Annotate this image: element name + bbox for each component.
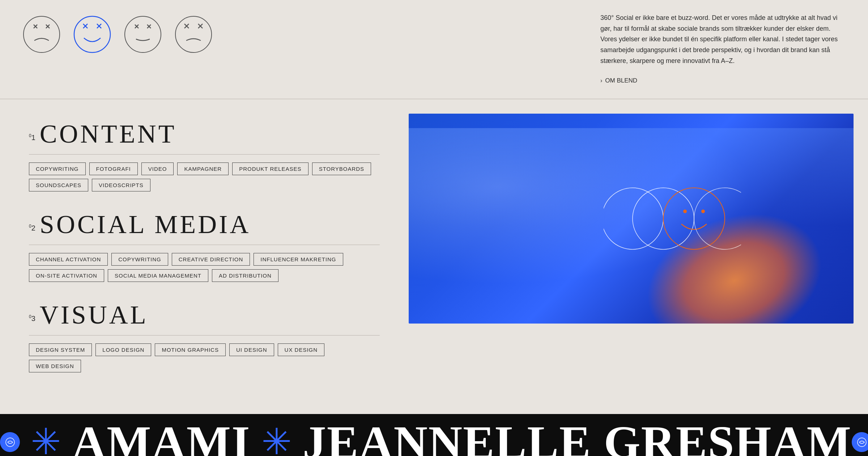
tag-fotografi[interactable]: FOTOGRAFI (89, 162, 138, 175)
tags-row-social: CHANNEL ACTIVATION COPYWRITING CREATIVE … (29, 253, 380, 282)
tag-ui-design[interactable]: UI DESIGN (229, 343, 274, 356)
svg-point-5 (74, 16, 110, 52)
tag-ad-distribution[interactable]: AD DISTRIBUTION (212, 269, 278, 282)
ticker-text-jeannelle: JEANNELLE GRESHAM (303, 419, 852, 456)
ticker-item-1: ✳ AMAMI ✳ JEANNELLE GRESHAM (0, 419, 852, 456)
service-number-2: 02 (29, 224, 35, 232)
tags-row-visual: DESIGN SYSTEM LOGO DESIGN MOTION GRAPHIC… (29, 343, 380, 372)
service-number-1: 01 (29, 134, 35, 141)
service-title-row-2: 02 SOCIAL MEDIA (29, 211, 380, 237)
tag-soundscapes[interactable]: SOUNDSCAPES (29, 179, 88, 191)
service-divider-3 (29, 335, 380, 335)
tag-creative-direction[interactable]: CREATIVE DIRECTION (172, 253, 250, 266)
top-section: 360° Social er ikke bare et buzz-word. D… (0, 0, 868, 99)
hero-image (409, 114, 854, 324)
ticker-star-1: ✳ (31, 424, 61, 456)
service-divider-2 (29, 245, 380, 245)
face-icon-4 (174, 14, 213, 54)
tag-web-design[interactable]: WEB DESIGN (29, 360, 81, 372)
ticker-star-2: ✳ (261, 424, 292, 456)
face-icon-3 (123, 14, 163, 54)
svg-point-23 (683, 210, 687, 213)
faces-row (22, 11, 579, 54)
svg-point-15 (175, 16, 212, 52)
service-title-1: CONTENT (40, 121, 176, 147)
tag-influencer-makreting[interactable]: INFLUENCER MAKRETING (254, 253, 343, 266)
top-text-area: 360° Social er ikke bare et buzz-word. D… (579, 11, 846, 84)
ticker-text-amami: AMAMI (72, 419, 251, 456)
ticker-content: ✳ AMAMI ✳ JEANNELLE GRESHAM ✳ AMAMI ✳ JE… (0, 419, 868, 456)
service-divider-1 (29, 154, 380, 155)
tag-copywriting-1[interactable]: COPYWRITING (29, 162, 86, 175)
tag-produkt-releases[interactable]: PRODUKT RELEASES (232, 162, 308, 175)
svg-point-24 (701, 210, 705, 213)
tag-motion-graphics[interactable]: MOTION GRAPHICS (155, 343, 226, 356)
ticker-section: ✳ AMAMI ✳ JEANNELLE GRESHAM ✳ AMAMI ✳ JE… (0, 414, 868, 456)
service-title-row-1: 01 CONTENT (29, 121, 380, 147)
ticker-logo-icon (0, 432, 20, 452)
svg-point-27 (858, 438, 866, 447)
svg-point-0 (24, 16, 60, 52)
service-title-2: SOCIAL MEDIA (40, 211, 251, 237)
tag-channel-activation[interactable]: CHANNEL ACTIVATION (29, 253, 108, 266)
svg-point-25 (694, 188, 741, 249)
om-blend-label: OM BLEND (605, 77, 637, 84)
main-section: 01 CONTENT COPYWRITING FOTOGRAFI VIDEO K… (0, 99, 868, 414)
tag-on-site-activation[interactable]: ON-SITE ACTIVATION (29, 269, 104, 282)
tag-copywriting-2[interactable]: COPYWRITING (111, 253, 168, 266)
service-title-3: VISUAL (40, 302, 148, 328)
hero-smileys-svg (604, 175, 741, 262)
tag-ux-design[interactable]: UX DESIGN (278, 343, 325, 356)
image-panel (409, 99, 868, 414)
face-icon-2-active[interactable] (72, 14, 112, 54)
service-block-content: 01 CONTENT COPYWRITING FOTOGRAFI VIDEO K… (29, 121, 380, 191)
tag-logo-design[interactable]: LOGO DESIGN (95, 343, 151, 356)
svg-point-10 (125, 16, 161, 52)
tag-storyboards[interactable]: STORYBOARDS (312, 162, 371, 175)
tag-design-system[interactable]: DESIGN SYSTEM (29, 343, 92, 356)
tag-kampagner[interactable]: KAMPAGNER (177, 162, 229, 175)
service-title-row-3: 03 VISUAL (29, 302, 380, 328)
services-panel: 01 CONTENT COPYWRITING FOTOGRAFI VIDEO K… (0, 99, 409, 414)
tag-video[interactable]: VIDEO (141, 162, 174, 175)
service-block-social: 02 SOCIAL MEDIA CHANNEL ACTIVATION COPYW… (29, 211, 380, 282)
ticker-logo-icon-2 (852, 432, 868, 452)
service-block-visual: 03 VISUAL DESIGN SYSTEM LOGO DESIGN MOTI… (29, 302, 380, 372)
tags-row-content: COPYWRITING FOTOGRAFI VIDEO KAMPAGNER PR… (29, 162, 380, 191)
top-description: 360° Social er ikke bare et buzz-word. D… (600, 13, 846, 66)
tag-videoscripts[interactable]: VIDEOSCRIPTS (92, 179, 150, 191)
svg-point-20 (604, 188, 663, 249)
tag-social-media-management[interactable]: SOCIAL MEDIA MANAGEMENT (108, 269, 208, 282)
service-number-3: 03 (29, 314, 35, 322)
svg-point-26 (6, 438, 14, 447)
chevron-icon: › (600, 77, 602, 84)
ticker-item-2: ✳ AMAMI ✳ JEANNELLE GRESHAM (852, 419, 868, 456)
face-icon-1 (22, 14, 61, 54)
om-blend-link[interactable]: › OM BLEND (600, 77, 637, 84)
